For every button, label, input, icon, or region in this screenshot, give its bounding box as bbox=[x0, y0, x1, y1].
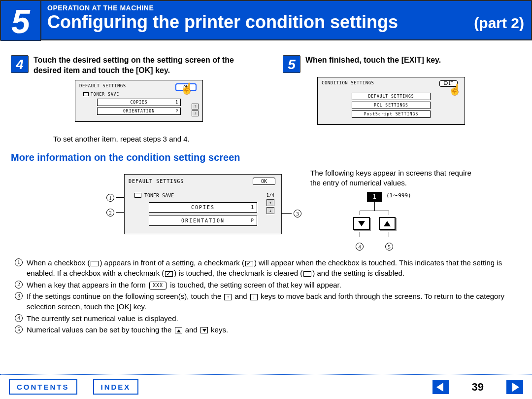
chapter-header: 5 OPERATION AT THE MACHINE Configuring t… bbox=[0, 0, 532, 40]
mini4-toner-label: TONER SAVE bbox=[91, 92, 119, 97]
page-number: 39 bbox=[465, 381, 491, 394]
mini4-checkbox bbox=[83, 92, 89, 96]
mini5-row3: PostScript SETTINGS bbox=[352, 110, 431, 118]
numeric-display: 1 bbox=[367, 192, 382, 202]
detail-up-icon: ↑ bbox=[266, 199, 274, 206]
numeric-range: (1〜999) bbox=[386, 192, 411, 199]
detail-ok-button: OK bbox=[253, 178, 275, 185]
numeric-keys-intro: The following keys appear in screens tha… bbox=[310, 168, 483, 188]
detail-down-icon: ↓ bbox=[266, 207, 274, 214]
numeric-keys-diagram: 1 (1〜999) 4 5 bbox=[335, 192, 414, 251]
detail-copies-label: COPIES bbox=[191, 205, 215, 210]
detail-orientation-val: P bbox=[251, 218, 254, 223]
checkbox-empty-icon bbox=[303, 271, 311, 277]
step-4-text: Touch the desired setting on the setting… bbox=[33, 55, 240, 76]
detail-checkbox bbox=[134, 193, 141, 198]
callout-2: 2 bbox=[106, 209, 114, 217]
numeric-up-button bbox=[379, 217, 396, 230]
pointing-hand-icon: ☝ bbox=[180, 82, 194, 95]
chapter-number: 5 bbox=[0, 0, 41, 41]
arrow-up-key-icon: ↑ bbox=[224, 294, 232, 300]
arrow-down-key-icon: ↓ bbox=[250, 294, 258, 300]
desc-1d: ) is touched, the checkmark is cleared ( bbox=[174, 269, 302, 277]
desc-num-2: 2 bbox=[15, 281, 23, 289]
desc-5a: Numerical values can be set by touching … bbox=[27, 326, 174, 334]
detail-title: DEFAULT SETTINGS bbox=[129, 179, 184, 184]
desc-3b: and bbox=[233, 292, 249, 300]
contents-button[interactable]: CONTENTS bbox=[9, 379, 77, 395]
step-4-badge: 4 bbox=[11, 55, 29, 73]
key-placeholder-icon: XXX bbox=[149, 282, 166, 290]
desc-num-3: 3 bbox=[15, 292, 23, 300]
more-info-heading: More information on the condition settin… bbox=[11, 152, 521, 163]
page-part: (part 2) bbox=[474, 15, 524, 32]
desc-5c: keys. bbox=[209, 326, 228, 334]
detail-toner-label: TONER SAVE bbox=[144, 193, 174, 198]
index-button[interactable]: INDEX bbox=[93, 379, 139, 395]
callout-5: 5 bbox=[385, 243, 393, 251]
header-right: OPERATION AT THE MACHINE Configuring the… bbox=[41, 0, 532, 40]
callout-1: 1 bbox=[106, 194, 114, 202]
desc-5b: and bbox=[183, 326, 200, 334]
numeric-down-button bbox=[353, 217, 370, 230]
desc-num-1: 1 bbox=[15, 258, 23, 266]
mini4-up-icon: ↑ bbox=[192, 104, 199, 109]
mini4-copies-row: COPIES 1 bbox=[97, 99, 181, 106]
triangle-down-key-icon bbox=[200, 327, 208, 333]
desc-4: The currently set numerical value is dis… bbox=[27, 313, 178, 324]
step-4-followup: To set another item, repeat steps 3 and … bbox=[53, 135, 267, 143]
detail-page-indicator: 1/4 bbox=[266, 193, 274, 198]
mini4-orientation-val: P bbox=[175, 109, 178, 113]
mini4-orientation-label: ORIENTATION bbox=[123, 109, 155, 113]
pointing-hand-icon: ☝ bbox=[448, 83, 462, 96]
page-title: Configuring the printer condition settin… bbox=[47, 12, 398, 33]
desc-num-5: 5 bbox=[15, 326, 23, 333]
desc-2c: is touched, the setting screen of that k… bbox=[168, 281, 341, 289]
section-label: OPERATION AT THE MACHINE bbox=[41, 1, 531, 12]
mini4-orientation-row: ORIENTATION P bbox=[97, 108, 181, 115]
description-list: 1 When a checkbox () appears in front of… bbox=[15, 257, 517, 335]
next-page-button[interactable] bbox=[506, 380, 523, 394]
prev-page-button[interactable] bbox=[432, 380, 449, 394]
detail-orientation-row: ORIENTATION P bbox=[149, 216, 257, 226]
step-5-screenshot: CONDITION SETTINGS EXIT ☝ DEFAULT SETTIN… bbox=[317, 77, 465, 125]
desc-1a: When a checkbox ( bbox=[27, 258, 90, 267]
checkbox-checked-icon bbox=[165, 271, 173, 277]
step-4-screenshot: DEFAULT SETTINGS OK ☝ TONER SAVE COPIES … bbox=[75, 80, 203, 122]
callout-4: 4 bbox=[356, 243, 364, 251]
detail-orientation-label: ORIENTATION bbox=[181, 218, 225, 223]
step-5-badge: 5 bbox=[283, 55, 300, 73]
mini5-row2: PCL SETTINGS bbox=[352, 102, 431, 109]
mini5-title: CONDITION SETTINGS bbox=[322, 80, 374, 85]
desc-1b: ) appears in front of a setting, a check… bbox=[100, 258, 244, 267]
detail-copies-row: COPIES 1 bbox=[149, 202, 257, 213]
mini4-copies-val: 1 bbox=[175, 100, 178, 105]
checkbox-empty-icon bbox=[91, 261, 99, 266]
triangle-up-key-icon bbox=[175, 327, 182, 333]
page-footer: CONTENTS INDEX 39 bbox=[0, 374, 532, 399]
desc-1e: ) and the setting is disabled. bbox=[312, 269, 404, 277]
step-5-text: When finished, touch the [EXIT] key. bbox=[305, 55, 441, 73]
desc-3a: If the settings continue on the followin… bbox=[27, 292, 223, 300]
detail-copies-val: 1 bbox=[251, 205, 254, 210]
checkbox-checked-icon bbox=[245, 261, 253, 266]
mini5-row1: DEFAULT SETTINGS bbox=[352, 93, 431, 100]
mini4-copies-label: COPIES bbox=[131, 100, 148, 105]
callout-3: 3 bbox=[294, 210, 301, 218]
desc-2a: When a key that appears in the form bbox=[27, 281, 148, 289]
detail-screenshot: DEFAULT SETTINGS OK TONER SAVE COPIES 1 … bbox=[124, 174, 282, 234]
desc-num-4: 4 bbox=[15, 314, 23, 322]
mini4-title: DEFAULT SETTINGS bbox=[79, 83, 126, 88]
mini4-down-icon: ↓ bbox=[192, 110, 199, 116]
